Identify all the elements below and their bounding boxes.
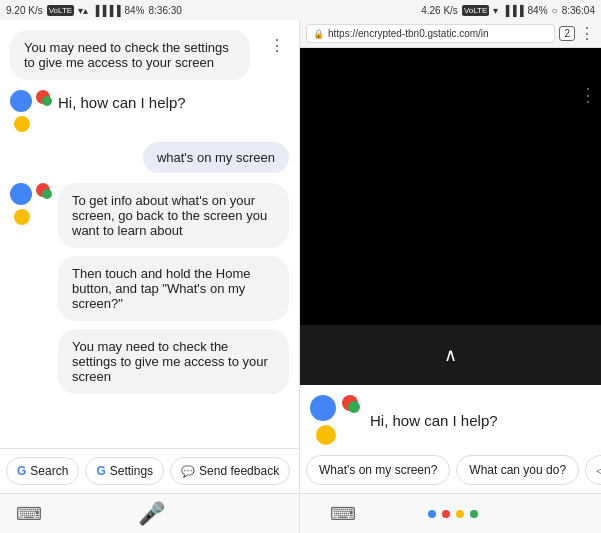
right-battery: 84%: [528, 5, 548, 16]
right-assistant: Hi, how can I help? What's on my screen?…: [300, 385, 601, 493]
bubble-info-1: To get info about what's on your screen,…: [58, 183, 289, 248]
google-assistant-logo-2: [10, 183, 52, 225]
feedback-button[interactable]: 💬 Send feedback: [170, 457, 290, 485]
feedback-icon: 💬: [181, 465, 195, 478]
right-status-bar: 4.26 K/s VoLTE ▾ ▐▐▐ 84% ○ 8:36:04: [300, 0, 601, 20]
g-letter: G: [17, 464, 26, 478]
right-signal-icon: ▐▐▐: [502, 5, 523, 16]
bubble-info-2-text: Then touch and hold the Home button, and…: [72, 266, 251, 311]
dot-green-2: [42, 189, 52, 199]
feedback-label: Send feedback: [199, 464, 279, 478]
right-panel: 🔒 https://encrypted-tbn0.gstatic.com/in …: [300, 20, 601, 533]
dot-green: [42, 96, 52, 106]
suggestion-chip-2[interactable]: What can you do?: [456, 455, 579, 485]
dot-blue-lg: [310, 395, 336, 421]
dot-yellow-lg: [316, 425, 336, 445]
right-speed: 4.26 K/s: [421, 5, 458, 16]
dot-yellow: [14, 116, 30, 132]
hi-text: Hi, how can I help?: [58, 90, 186, 115]
dot-blue-2: [10, 183, 32, 205]
g-letter-2: G: [96, 464, 105, 478]
settings-button[interactable]: G Settings: [85, 457, 164, 485]
dot-blue-small: [428, 510, 436, 518]
google-dots-row: [428, 510, 478, 518]
keyboard-icon-left[interactable]: ⌨: [16, 503, 42, 525]
first-bubble-row: You may need to check the settings to gi…: [10, 30, 289, 80]
left-wifi-icon: ▾▴: [78, 5, 88, 16]
url-bar[interactable]: 🔒 https://encrypted-tbn0.gstatic.com/in: [306, 24, 555, 43]
right-suggestions: What's on my screen? What can you do? ◁: [300, 451, 601, 493]
left-time: 8:36:30: [148, 5, 181, 16]
browser-bar: 🔒 https://encrypted-tbn0.gstatic.com/in …: [300, 20, 601, 48]
bubble-info-3: You may need to check the settings to gi…: [58, 329, 289, 394]
user-message-text: what's on my screen: [157, 150, 275, 165]
dot-green-lg: [348, 401, 360, 413]
microphone-icon[interactable]: 🎤: [138, 501, 165, 527]
bubble-info-1-text: To get info about what's on your screen,…: [72, 193, 267, 238]
right-assistant-content: Hi, how can I help?: [300, 385, 601, 451]
right-hi-text: Hi, how can I help?: [370, 412, 498, 429]
dot-red-small: [442, 510, 450, 518]
chevron-up-icon: ∧: [444, 344, 457, 366]
multi-bubble-col: To get info about what's on your screen,…: [58, 183, 289, 394]
search-button[interactable]: G Search: [6, 457, 79, 485]
right-circle-icon: ○: [552, 5, 558, 16]
keyboard-icon-right[interactable]: ⌨: [330, 503, 356, 525]
bottom-bar-right: ⌨: [300, 493, 601, 533]
tab-count[interactable]: 2: [559, 26, 575, 41]
url-text: https://encrypted-tbn0.gstatic.com/in: [328, 28, 489, 39]
bubble-info-2: Then touch and hold the Home button, and…: [58, 256, 289, 321]
dot-yellow-small: [456, 510, 464, 518]
search-label: Search: [30, 464, 68, 478]
dot-blue: [10, 90, 32, 112]
bubble-info-3-text: You may need to check the settings to gi…: [72, 339, 268, 384]
dark-strip: ∧: [300, 325, 601, 385]
more-options-button[interactable]: ⋮: [269, 36, 285, 55]
google-assistant-logo: [10, 90, 52, 132]
bubble-settings-message: You may need to check the settings to gi…: [10, 30, 250, 80]
right-time: 8:36:04: [562, 5, 595, 16]
bottom-bar-left: ⌨ 🎤: [0, 493, 299, 533]
browser-more-button[interactable]: ⋮: [579, 84, 597, 106]
action-bar: G Search G Settings 💬 Send feedback: [0, 448, 299, 493]
right-network-icon: VoLTE: [462, 5, 489, 16]
dot-green-small: [470, 510, 478, 518]
black-area: [300, 48, 601, 325]
left-network-icon: VoLTE: [47, 5, 74, 16]
left-status-bar: 9.20 K/s VoLTE ▾▴ ▐▐▐▐ 84% 8:36:30: [0, 0, 300, 20]
right-wifi-icon: ▾: [493, 5, 498, 16]
left-battery: 84%: [124, 5, 144, 16]
assistant-chat: You may need to check the settings to gi…: [0, 20, 299, 448]
settings-label: Settings: [110, 464, 153, 478]
browser-content: ∧ ⋮: [300, 48, 601, 385]
user-bubble: what's on my screen: [143, 142, 289, 173]
greeting-row: Hi, how can I help?: [10, 90, 289, 132]
assistant-multi-row: To get info about what's on your screen,…: [10, 183, 289, 394]
lock-icon: 🔒: [313, 29, 324, 39]
bubble-settings-text: You may need to check the settings to gi…: [24, 40, 229, 70]
suggestion-chip-1[interactable]: What's on my screen?: [306, 455, 450, 485]
dot-yellow-2: [14, 209, 30, 225]
share-chip[interactable]: ◁: [585, 455, 601, 485]
left-signal-icon: ▐▐▐▐: [92, 5, 120, 16]
google-g-search: G: [17, 464, 26, 478]
browser-more-icon[interactable]: ⋮: [579, 24, 595, 43]
google-logo-right: [310, 395, 360, 445]
google-g-settings: G: [96, 464, 105, 478]
left-panel: You may need to check the settings to gi…: [0, 20, 300, 533]
left-speed: 9.20 K/s: [6, 5, 43, 16]
